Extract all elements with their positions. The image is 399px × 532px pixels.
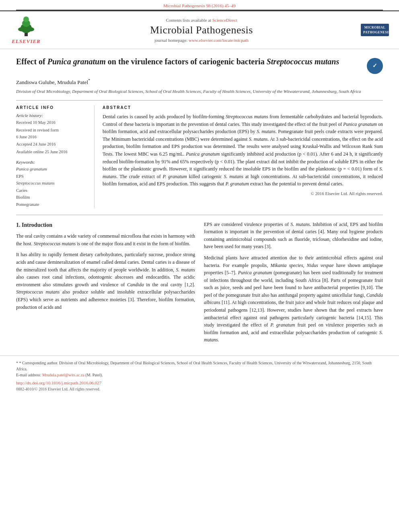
doi-link[interactable]: http://dx.doi.org/10.1016/j.micpath.2016… — [16, 380, 383, 385]
history-date-1: 6 June 2016 — [16, 134, 88, 141]
sciencedirect-line: Contents lists available at ScienceDirec… — [48, 18, 355, 23]
keyword-eps: EPS — [16, 173, 88, 180]
body-para-1: The oral cavity contains a wide variety … — [16, 232, 195, 247]
footer-copyright: 0882-4010/© 2016 Elsevier Ltd. All right… — [16, 387, 383, 391]
body-two-col: 1. Introduction The oral cavity contains… — [16, 221, 383, 348]
email-link[interactable]: Mrudula.patel@wits.ac.za — [42, 373, 84, 377]
body-para-4: Medicinal plants have attracted attentio… — [204, 254, 383, 344]
abstract-heading: ABSTRACT — [103, 105, 383, 110]
page-container: Microbial Pathogenesis 98 (2016) 45–49 E… — [0, 0, 399, 397]
email-label: E-mail address: — [16, 373, 41, 377]
article-title-text: Effect of Punica granatum on the virulen… — [16, 56, 363, 67]
elsevier-label: ELSEVIER — [12, 38, 41, 45]
abstract-copyright: © 2016 Elsevier Ltd. All rights reserved… — [103, 191, 383, 196]
homepage-url[interactable]: www.elsevier.com/locate/micpath — [189, 38, 249, 43]
svg-point-3 — [23, 16, 29, 22]
two-col-section: ARTICLE INFO Article history: Received 1… — [16, 100, 383, 208]
authors-text: Zandiswa Gulube, Mrudula Patel — [16, 79, 88, 85]
abstract-text: Dental caries is caused by acids produce… — [103, 113, 383, 188]
keyword-caries: Caries — [16, 187, 88, 194]
section-divider — [16, 215, 383, 215]
elsevier-tree-icon — [14, 15, 38, 37]
history-event-1: Received in revised form — [16, 127, 88, 134]
footnote-text: * Corresponding author. Division of Oral… — [16, 361, 372, 371]
journal-citation: Microbial Pathogenesis 98 (2016) 45–49 — [0, 0, 399, 10]
svg-point-5 — [28, 27, 34, 31]
homepage-prefix: journal homepage: — [154, 38, 187, 43]
article-title: Effect of Punica granatum on the virulen… — [16, 56, 383, 74]
history-row: Available online 25 June 2016 — [16, 149, 88, 156]
authors: Zandiswa Gulube, Mrudula Patel* — [16, 78, 383, 86]
title-italic1: Punica granatum — [47, 57, 106, 66]
email-suffix: (M. Patel). — [86, 373, 103, 377]
keyword-biofilm: Biofilm — [16, 194, 88, 201]
journal-title: Microbial Pathogenesis — [48, 24, 355, 36]
history-event-0: Received 10 May 2016 — [16, 119, 88, 126]
footnote-asterisk: * — [16, 361, 19, 365]
history-row: Received 10 May 2016 — [16, 119, 88, 126]
crossmark-icon: ✓ — [372, 62, 377, 70]
history-event-2: Accepted 24 June 2016 — [16, 141, 88, 148]
title-prefix: Effect of — [16, 57, 47, 66]
keywords-label: Keywords: — [16, 160, 88, 164]
body-col-left: 1. Introduction The oral cavity contains… — [16, 221, 195, 348]
intro-heading: 1. Introduction — [16, 221, 195, 230]
journal-logo-right: MICROBIALPATHOGENESIS — [359, 24, 391, 36]
article-footer: * * Corresponding author. Division of Or… — [0, 355, 399, 397]
footnote-block: * * Corresponding author. Division of Or… — [16, 360, 383, 378]
elsevier-logo: ELSEVIER — [8, 15, 44, 45]
abstract-col: ABSTRACT Dental caries is caused by acid… — [103, 105, 383, 208]
history-label: Article history: — [16, 113, 88, 118]
article-content: Effect of Punica granatum on the virulen… — [0, 49, 399, 355]
history-row: Accepted 24 June 2016 — [16, 141, 88, 148]
keyword-punica: Punica granatum — [16, 166, 88, 173]
journal-header: ELSEVIER Contents lists available at Sci… — [0, 10, 399, 49]
body-para-2: It has ability to rapidly ferment dietar… — [16, 251, 195, 311]
crossmark-badge: ✓ — [367, 58, 383, 74]
history-table: Received 10 May 2016 Received in revised… — [16, 119, 88, 156]
keyword-pomegranate: Pomegranate — [16, 201, 88, 208]
logo-box-text: MICROBIALPATHOGENESIS — [363, 25, 387, 34]
journal-homepage: journal homepage: www.elsevier.com/locat… — [48, 38, 355, 43]
affiliation: Division of Oral Microbiology, Departmen… — [16, 88, 383, 95]
contents-available-text: Contents lists available at — [166, 18, 211, 23]
keyword-strep: Streptococcus mutans — [16, 180, 88, 187]
article-info-heading: ARTICLE INFO — [16, 105, 88, 110]
body-para-3: EPS are considered virulence properties … — [204, 221, 383, 251]
journal-logo-box: MICROBIALPATHOGENESIS — [361, 24, 389, 36]
sciencedirect-link[interactable]: ScienceDirect — [212, 18, 237, 23]
article-info-col: ARTICLE INFO Article history: Received 1… — [16, 105, 95, 208]
history-row: Received in revised form 6 June 2016 — [16, 127, 88, 141]
title-suffix: on the virulence factors of cariogenic b… — [106, 57, 267, 66]
body-col-right: EPS are considered virulence properties … — [204, 221, 383, 348]
history-event-3: Available online 25 June 2016 — [16, 149, 88, 156]
svg-point-4 — [18, 27, 25, 31]
journal-citation-link[interactable]: Microbial Pathogenesis 98 (2016) 45–49 — [163, 3, 236, 8]
journal-center: Contents lists available at ScienceDirec… — [48, 18, 355, 43]
title-italic2: Streptococcus mutans — [267, 57, 339, 66]
asterisk-sup: * — [88, 78, 90, 82]
